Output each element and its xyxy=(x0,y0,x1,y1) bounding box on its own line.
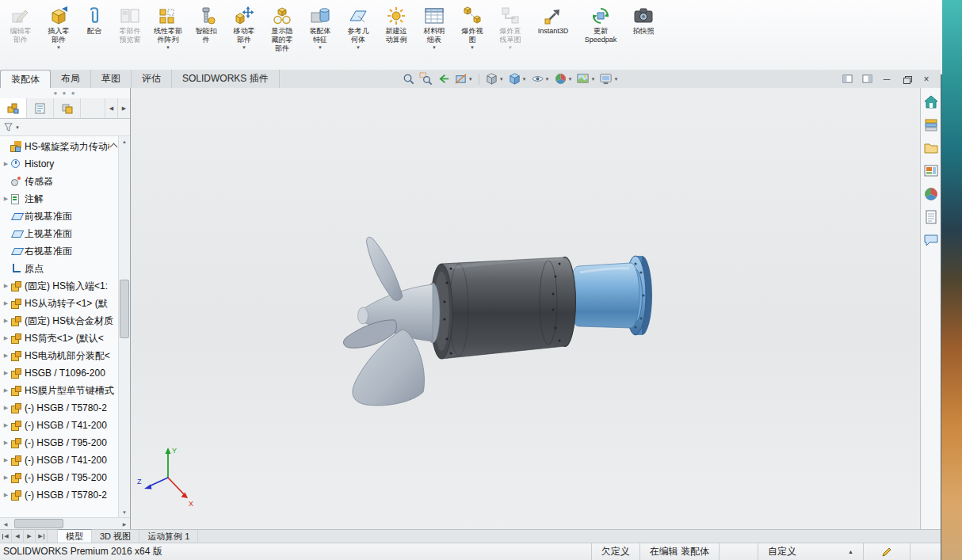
expand-arrow-icon[interactable]: ▶ xyxy=(2,492,10,498)
mate-button[interactable]: 配合 xyxy=(78,4,111,37)
home-icon[interactable] xyxy=(923,94,939,110)
dropdown-arrow-icon[interactable]: ▼ xyxy=(356,45,361,51)
dropdown-arrow-icon[interactable]: ▼ xyxy=(508,45,513,51)
tab-3d-views[interactable]: 3D 视图 xyxy=(92,530,139,543)
tree-item[interactable]: ▶HS从动转子<1> (默 xyxy=(0,295,130,312)
scroll-down-arrow[interactable]: ▼ xyxy=(119,507,130,517)
minimize-button[interactable]: ─ xyxy=(879,73,895,86)
close-button[interactable]: × xyxy=(918,73,934,86)
scroll-thumb[interactable] xyxy=(120,280,129,338)
tab-layout[interactable]: 布局 xyxy=(51,70,91,88)
explode-line-sketch-button[interactable]: 爆炸直 线草图 ▼ xyxy=(491,4,529,52)
zoom-to-area-button[interactable] xyxy=(418,72,434,86)
tree-item[interactable]: 上视基准面 xyxy=(0,225,130,242)
expand-arrow-icon[interactable]: ▶ xyxy=(2,422,10,429)
file-explorer-folder-icon[interactable] xyxy=(923,140,939,156)
tree-vertical-scrollbar[interactable]: ▲ ▼ xyxy=(118,136,130,517)
zoom-to-fit-button[interactable] xyxy=(400,72,417,86)
smart-fasteners-button[interactable]: 智能扣 件 xyxy=(187,4,225,46)
tree-item-root[interactable]: HS-螺旋桨动力传动机构 xyxy=(0,138,130,155)
edit-component-button[interactable]: 编辑零 部件 xyxy=(2,4,40,46)
graphics-viewport[interactable]: Y X Z xyxy=(131,88,920,529)
first-tab-button[interactable]: ◀ xyxy=(0,530,12,543)
tree-item[interactable]: 传感器 xyxy=(0,173,130,190)
show-hidden-components-button[interactable]: 显示隐 藏的零 部件 xyxy=(263,4,301,55)
dropdown-arrow-icon[interactable]: ▼ xyxy=(590,77,595,82)
last-tab-button[interactable]: ▶ xyxy=(36,530,48,543)
tree-item[interactable]: ▶(-) HSGB / T41-200 xyxy=(0,451,130,469)
dropdown-arrow-icon[interactable]: ▼ xyxy=(568,77,573,82)
move-component-button[interactable]: 移动零 部件 ▼ xyxy=(225,4,263,52)
expand-arrow-icon[interactable]: ▶ xyxy=(2,335,10,341)
tab-model[interactable]: 模型 xyxy=(57,529,92,543)
insert-component-button[interactable]: 插入零 部件 ▼ xyxy=(40,4,78,52)
tree-item[interactable]: ▶(-) HSGB / T5780-2 xyxy=(0,486,130,504)
new-motion-study-button[interactable]: 新建运 动算例 xyxy=(377,4,415,46)
collapse-chevron-icon[interactable] xyxy=(110,143,118,150)
collapse-pane-right-icon[interactable] xyxy=(859,73,875,86)
tree-item[interactable]: ▶(固定) HS钛合金材质 xyxy=(0,312,130,330)
tree-filter-input[interactable] xyxy=(21,121,127,133)
previous-view-button[interactable] xyxy=(435,72,452,86)
appearances-sphere-icon[interactable] xyxy=(923,186,939,202)
scroll-right-arrow[interactable]: ▶ xyxy=(119,521,130,527)
tree-item[interactable]: ▶(-) HSGB / T5780-2 xyxy=(0,399,130,417)
exploded-view-button[interactable]: 爆炸视 图 ▼ xyxy=(453,4,491,52)
unit-system-selector[interactable]: 自定义▲ xyxy=(758,543,863,560)
section-view-button[interactable]: ▼ xyxy=(452,72,475,86)
dropdown-arrow-icon[interactable]: ▼ xyxy=(56,45,61,51)
dropdown-arrow-icon[interactable]: ▼ xyxy=(522,77,527,82)
dropdown-arrow-icon[interactable]: ▼ xyxy=(318,45,323,51)
tree-item[interactable]: ▶HSGB / T1096-200 xyxy=(0,364,130,382)
tree-item[interactable]: ▶注解 xyxy=(0,190,130,208)
expand-arrow-icon[interactable]: ▶ xyxy=(2,387,10,394)
previous-tab-button[interactable]: ◀ xyxy=(12,530,24,543)
view-settings-button[interactable]: ▼ xyxy=(597,72,620,86)
tab-assembly[interactable]: 装配体 xyxy=(0,70,51,89)
next-tab-button[interactable]: ▶ xyxy=(24,530,36,543)
featuremanager-tree-tab[interactable] xyxy=(0,98,27,118)
tree-item[interactable]: ▶HS电动机部分装配< xyxy=(0,347,130,364)
expand-arrow-icon[interactable]: ▶ xyxy=(2,352,10,359)
expand-arrow-icon[interactable]: ▶ xyxy=(2,300,10,307)
restore-button[interactable] xyxy=(899,73,914,86)
expand-arrow-icon[interactable]: ▶ xyxy=(2,405,10,411)
tree-item[interactable]: ▶HS筒壳<1> (默认< xyxy=(0,330,130,347)
expand-arrow-icon[interactable]: ▶ xyxy=(2,283,10,289)
dropdown-arrow-icon[interactable]: ▼ xyxy=(166,45,170,51)
panel-collapse-handle[interactable]: ● ● ● xyxy=(0,88,130,98)
dropdown-arrow-icon[interactable]: ▼ xyxy=(468,77,473,82)
tree-item[interactable]: ▶(固定) HS输入端<1: xyxy=(0,277,130,295)
forum-icon[interactable] xyxy=(923,232,939,248)
tree-item[interactable]: 右视基准面 xyxy=(0,242,130,260)
expand-arrow-icon[interactable]: ▶ xyxy=(2,370,10,376)
dropdown-arrow-icon[interactable]: ▼ xyxy=(499,77,504,82)
expand-arrow-icon[interactable]: ▶ xyxy=(2,318,10,324)
instant3d-button[interactable]: Instant3D xyxy=(529,4,577,37)
expand-arrow-icon[interactable]: ▶ xyxy=(2,440,10,446)
tree-item[interactable]: ▶(-) HSGB / T41-200 xyxy=(0,417,130,434)
apply-scene-button[interactable]: ▼ xyxy=(575,72,597,86)
hide-show-items-button[interactable]: ▼ xyxy=(529,72,552,86)
scroll-thumb[interactable] xyxy=(14,519,63,528)
configurationmanager-tab[interactable] xyxy=(54,98,81,118)
tree-item[interactable]: 原点 xyxy=(0,260,130,277)
take-snapshot-button[interactable]: 拍快照 xyxy=(624,4,662,37)
panel-tabs-right-arrow[interactable]: ▶ xyxy=(117,98,130,118)
tree-item[interactable]: ▶HS膜片型单节键槽式 xyxy=(0,382,130,399)
edit-status-icon[interactable] xyxy=(863,543,910,560)
display-style-button[interactable]: ▼ xyxy=(506,72,529,86)
custom-properties-icon[interactable] xyxy=(923,209,939,225)
assembly-features-button[interactable]: 装配体 特征 ▼ xyxy=(301,4,339,52)
expand-arrow-icon[interactable]: ▶ xyxy=(2,457,10,463)
expand-arrow-icon[interactable]: ▶ xyxy=(2,474,10,481)
reference-geometry-button[interactable]: 参考几 何体 ▼ xyxy=(339,4,377,52)
scroll-left-arrow[interactable]: ◀ xyxy=(0,521,11,527)
component-preview-button[interactable]: 零部件 预览窗 xyxy=(111,4,149,46)
dropdown-arrow-icon[interactable]: ▼ xyxy=(470,45,475,51)
expand-arrow-icon[interactable]: ▶ xyxy=(2,196,10,202)
tree-item[interactable]: ▶(-) HSGB / T95-200 xyxy=(0,469,130,486)
update-speedpak-button[interactable]: 更新 Speedpak xyxy=(577,4,624,46)
dropdown-arrow-icon[interactable]: ▼ xyxy=(545,77,550,82)
tree-item[interactable]: 前视基准面 xyxy=(0,208,130,225)
